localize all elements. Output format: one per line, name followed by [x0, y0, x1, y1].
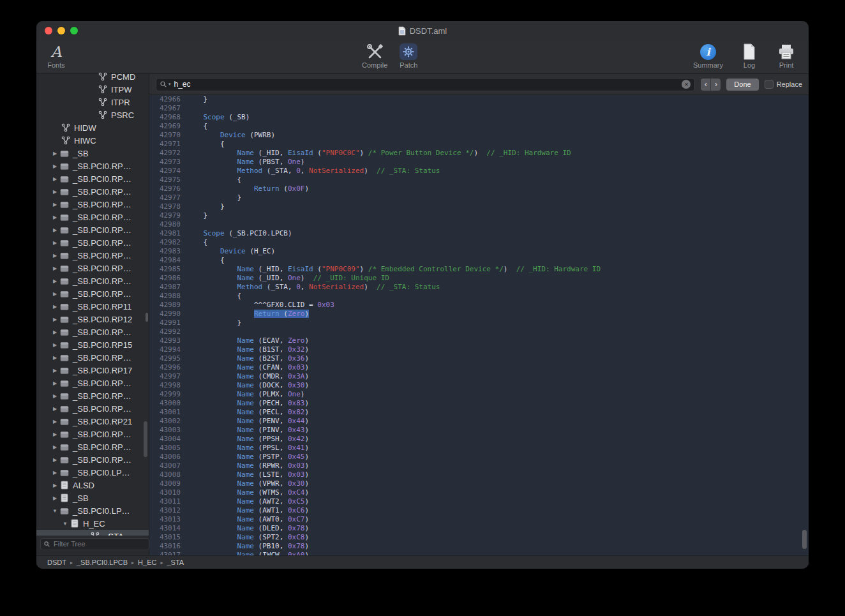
- tree-item--sb-pci0-rp-[interactable]: ▶_SB.PCI0.RP…: [36, 440, 149, 453]
- tree-item-h-ec[interactable]: ▼H_EC: [36, 517, 149, 530]
- patch-button[interactable]: Patch: [398, 42, 419, 69]
- tree-item--sb[interactable]: ▶_SB: [36, 492, 149, 504]
- find-field[interactable]: ▾ ×: [156, 78, 695, 91]
- tree-item--sb-pci0-rp17[interactable]: ▶_SB.PCI0.RP17: [36, 364, 149, 377]
- zoom-button[interactable]: [70, 27, 78, 34]
- tree-item-itpr[interactable]: ITPR: [36, 96, 149, 109]
- code-line: 42974 Method (_STA, 0, NotSerialized) //…: [149, 167, 809, 176]
- tree-item--sb-pci0-rp21[interactable]: ▶_SB.PCI0.RP21: [36, 415, 149, 428]
- breadcrumb-item[interactable]: _SB.PCI0.LPCB: [77, 559, 128, 566]
- titlebar[interactable]: DSDT.aml: [36, 21, 809, 40]
- scope-icon: [59, 506, 70, 515]
- breadcrumb-item[interactable]: H_EC: [138, 559, 156, 566]
- disclosure-collapsed-icon[interactable]: ▶: [50, 355, 59, 361]
- disclosure-collapsed-icon[interactable]: ▶: [50, 393, 59, 399]
- tree-item--sb-pci0-rp-[interactable]: ▶_SB.PCI0.RP…: [36, 274, 149, 287]
- breadcrumb-item[interactable]: _STA: [167, 559, 184, 566]
- tree-item--sb-pci0-rp-[interactable]: ▶_SB.PCI0.RP…: [36, 198, 149, 211]
- disclosure-collapsed-icon[interactable]: ▶: [50, 342, 59, 348]
- tree-item--sb-pci0-rp-[interactable]: ▶_SB.PCI0.RP…: [36, 160, 149, 172]
- tree-item--sb-pci0-rp-[interactable]: ▶_SB.PCI0.RP…: [36, 389, 149, 402]
- disclosure-collapsed-icon[interactable]: ▶: [50, 444, 59, 450]
- search-options-chevron-icon[interactable]: ▾: [168, 82, 171, 87]
- tree-item--sb-pci0-rp-[interactable]: ▶_SB.PCI0.RP…: [36, 402, 149, 415]
- splitter-handle[interactable]: [146, 313, 148, 322]
- fonts-button[interactable]: A Fonts: [45, 42, 67, 69]
- disclosure-expanded-icon[interactable]: ▼: [50, 508, 59, 514]
- tree-item--sb-pci0-rp-[interactable]: ▶_SB.PCI0.RP…: [36, 428, 149, 440]
- disclosure-collapsed-icon[interactable]: ▶: [50, 457, 59, 463]
- tree-item--sb-pci0-rp-[interactable]: ▶_SB.PCI0.RP…: [36, 377, 149, 389]
- sidebar-scrollbar[interactable]: [144, 421, 147, 457]
- breadcrumb-item[interactable]: DSDT: [47, 559, 66, 566]
- tree-item--sb-pci0-rp11[interactable]: ▶_SB.PCI0.RP11: [36, 300, 149, 313]
- disclosure-collapsed-icon[interactable]: ▶: [50, 406, 59, 412]
- line-number: 42972: [149, 149, 186, 158]
- disclosure-collapsed-icon[interactable]: ▶: [50, 495, 59, 501]
- disclosure-collapsed-icon[interactable]: ▶: [50, 483, 59, 488]
- disclosure-collapsed-icon[interactable]: ▶: [50, 189, 59, 195]
- tree-item--sb-pci0-rp-[interactable]: ▶_SB.PCI0.RP…: [36, 453, 149, 466]
- tree-item--sb-pci0-lp-[interactable]: ▶_SB.PCI0.LP…: [36, 466, 149, 479]
- tree-item--sb-pci0-rp-[interactable]: ▶_SB.PCI0.RP…: [36, 262, 149, 274]
- print-button[interactable]: Print: [775, 42, 797, 69]
- compile-button[interactable]: Compile: [362, 42, 387, 69]
- close-button[interactable]: [45, 27, 52, 34]
- summary-button[interactable]: i Summary: [693, 42, 723, 69]
- disclosure-collapsed-icon[interactable]: ▶: [50, 317, 59, 322]
- disclosure-collapsed-icon[interactable]: ▶: [50, 432, 59, 437]
- tree-item--sb-pci0-rp-[interactable]: ▶_SB.PCI0.RP…: [36, 249, 149, 262]
- tree-item--sb-pci0-rp-[interactable]: ▶_SB.PCI0.RP…: [36, 351, 149, 364]
- tree-item--sta[interactable]: _STA: [36, 530, 149, 536]
- disclosure-collapsed-icon[interactable]: ▶: [50, 227, 59, 233]
- disclosure-collapsed-icon[interactable]: ▶: [50, 329, 59, 335]
- tree-item-hidw[interactable]: HIDW: [36, 121, 149, 134]
- replace-checkbox[interactable]: [765, 80, 774, 89]
- tree-item--sb[interactable]: ▶_SB: [36, 147, 149, 160]
- tree-item--sb-pci0-rp-[interactable]: ▶_SB.PCI0.RP…: [36, 326, 149, 338]
- disclosure-collapsed-icon[interactable]: ▶: [50, 368, 59, 373]
- tree-item--sb-pci0-rp12[interactable]: ▶_SB.PCI0.RP12: [36, 313, 149, 326]
- tree-item-itpw[interactable]: ITPW: [36, 83, 149, 96]
- disclosure-expanded-icon[interactable]: ▼: [61, 521, 70, 527]
- disclosure-collapsed-icon[interactable]: ▶: [50, 419, 59, 424]
- disclosure-collapsed-icon[interactable]: ▶: [50, 240, 59, 246]
- log-button[interactable]: Log: [738, 42, 760, 69]
- find-next-button[interactable]: ›: [710, 79, 721, 91]
- tree-item--sb-pci0-lp-[interactable]: ▼_SB.PCI0.LP…: [36, 504, 149, 517]
- disclosure-collapsed-icon[interactable]: ▶: [50, 380, 59, 386]
- disclosure-collapsed-icon[interactable]: ▶: [50, 253, 59, 259]
- disclosure-collapsed-icon[interactable]: ▶: [50, 278, 59, 284]
- tree-item-psrc[interactable]: PSRC: [36, 109, 149, 121]
- tree-item-pcmd[interactable]: PCMD: [36, 70, 149, 83]
- tree-item--sb-pci0-rp-[interactable]: ▶_SB.PCI0.RP…: [36, 211, 149, 223]
- filter-tree-field[interactable]: [40, 538, 149, 550]
- disclosure-collapsed-icon[interactable]: ▶: [50, 291, 59, 297]
- code-editor[interactable]: 42966 }4296742968 Scope (_SB)42969 {4297…: [149, 95, 809, 555]
- disclosure-collapsed-icon[interactable]: ▶: [50, 151, 59, 156]
- filter-tree-input[interactable]: [52, 539, 146, 548]
- line-number: 43015: [149, 533, 186, 542]
- tree-item--sb-pci0-rp-[interactable]: ▶_SB.PCI0.RP…: [36, 236, 149, 249]
- disclosure-collapsed-icon[interactable]: ▶: [50, 202, 59, 207]
- editor-scrollbar[interactable]: [802, 530, 807, 549]
- find-previous-button[interactable]: ‹: [701, 79, 710, 91]
- tree-item-hiwc[interactable]: HIWC: [36, 134, 149, 147]
- code-line: 42984 {: [149, 256, 809, 265]
- tree-item--sb-pci0-rp-[interactable]: ▶_SB.PCI0.RP…: [36, 185, 149, 198]
- clear-search-icon[interactable]: ×: [682, 80, 691, 89]
- tree-item--sb-pci0-rp-[interactable]: ▶_SB.PCI0.RP…: [36, 172, 149, 185]
- find-input[interactable]: [173, 79, 680, 89]
- tree-item--sb-pci0-rp-[interactable]: ▶_SB.PCI0.RP…: [36, 223, 149, 236]
- disclosure-collapsed-icon[interactable]: ▶: [50, 470, 59, 476]
- tree-item-alsd[interactable]: ▶ALSD: [36, 479, 149, 492]
- disclosure-collapsed-icon[interactable]: ▶: [50, 163, 59, 169]
- done-button[interactable]: Done: [726, 79, 758, 91]
- disclosure-collapsed-icon[interactable]: ▶: [50, 266, 59, 271]
- disclosure-collapsed-icon[interactable]: ▶: [50, 304, 59, 310]
- disclosure-collapsed-icon[interactable]: ▶: [50, 214, 59, 220]
- disclosure-collapsed-icon[interactable]: ▶: [50, 176, 59, 182]
- tree-item--sb-pci0-rp15[interactable]: ▶_SB.PCI0.RP15: [36, 338, 149, 351]
- minimize-button[interactable]: [57, 27, 65, 34]
- tree-item--sb-pci0-rp-[interactable]: ▶_SB.PCI0.RP…: [36, 287, 149, 300]
